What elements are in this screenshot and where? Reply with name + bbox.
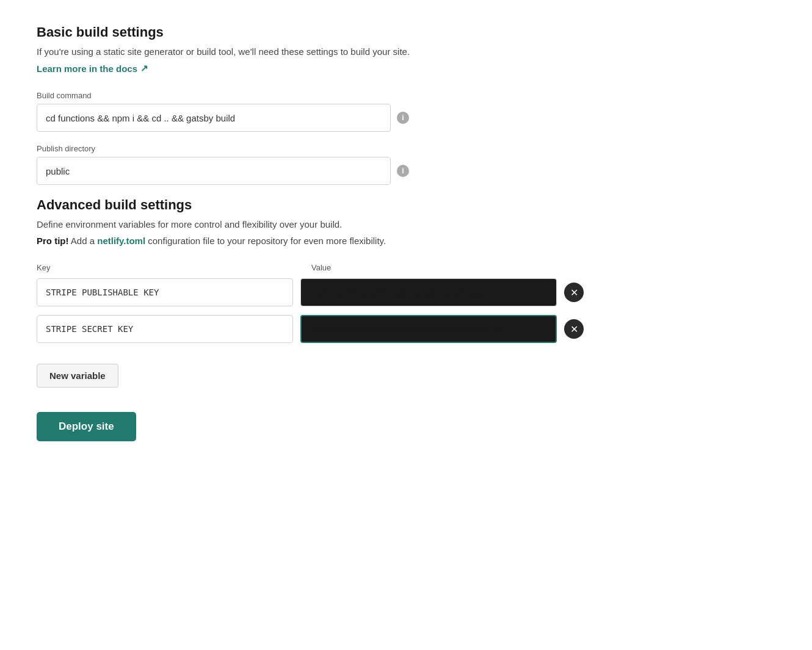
build-command-input[interactable] xyxy=(37,104,391,132)
build-command-info-icon: i xyxy=(397,112,409,124)
pro-tip-suffix: configuration file to your repository fo… xyxy=(148,236,386,246)
netlify-toml-link[interactable]: netlify.toml xyxy=(97,236,145,246)
basic-build-title: Basic build settings xyxy=(37,24,775,40)
deploy-site-button[interactable]: Deploy site xyxy=(37,412,136,441)
pro-tip-label: Pro tip! xyxy=(37,236,69,246)
build-command-row: i xyxy=(37,104,775,132)
remove-env-var-2-button[interactable]: ✕ xyxy=(564,319,584,339)
new-variable-wrapper: New variable xyxy=(37,352,775,388)
remove-env-var-1-button[interactable]: ✕ xyxy=(564,283,584,302)
publish-directory-info-icon: i xyxy=(397,165,409,177)
external-link-icon: ↗ xyxy=(140,63,148,74)
build-command-label: Build command xyxy=(37,91,775,100)
pro-tip-prefix: Add a xyxy=(71,236,97,246)
remove-icon-2: ✕ xyxy=(570,323,578,335)
advanced-build-section: Advanced build settings Define environme… xyxy=(37,197,775,441)
env-var-row-1: ✕ xyxy=(37,278,775,306)
publish-directory-label: Publish directory xyxy=(37,144,775,153)
env-value-input-1[interactable] xyxy=(300,278,557,306)
basic-build-section: Basic build settings If you're using a s… xyxy=(37,24,775,185)
env-var-row-2: ✕ xyxy=(37,315,775,343)
basic-build-description: If you're using a static site generator … xyxy=(37,46,775,57)
advanced-build-description: Define environment variables for more co… xyxy=(37,219,775,229)
env-value-input-2[interactable] xyxy=(300,315,557,343)
publish-directory-group: Publish directory i xyxy=(37,144,775,185)
key-column-label: Key xyxy=(37,263,299,272)
publish-directory-input[interactable] xyxy=(37,157,391,185)
env-key-input-2[interactable] xyxy=(37,315,293,343)
build-command-group: Build command i xyxy=(37,91,775,132)
advanced-build-title: Advanced build settings xyxy=(37,197,775,213)
learn-more-label: Learn more in the docs xyxy=(37,63,137,74)
new-variable-button[interactable]: New variable xyxy=(37,364,118,388)
deploy-site-wrapper: Deploy site xyxy=(37,388,775,441)
learn-more-link[interactable]: Learn more in the docs ↗ xyxy=(37,63,148,74)
env-vars-header: Key Value xyxy=(37,263,775,272)
value-column-label: Value xyxy=(311,263,574,272)
remove-icon-1: ✕ xyxy=(570,287,578,298)
pro-tip-text: Pro tip! Add a netlify.toml configuratio… xyxy=(37,236,775,246)
env-key-input-1[interactable] xyxy=(37,278,293,306)
publish-directory-row: i xyxy=(37,157,775,185)
